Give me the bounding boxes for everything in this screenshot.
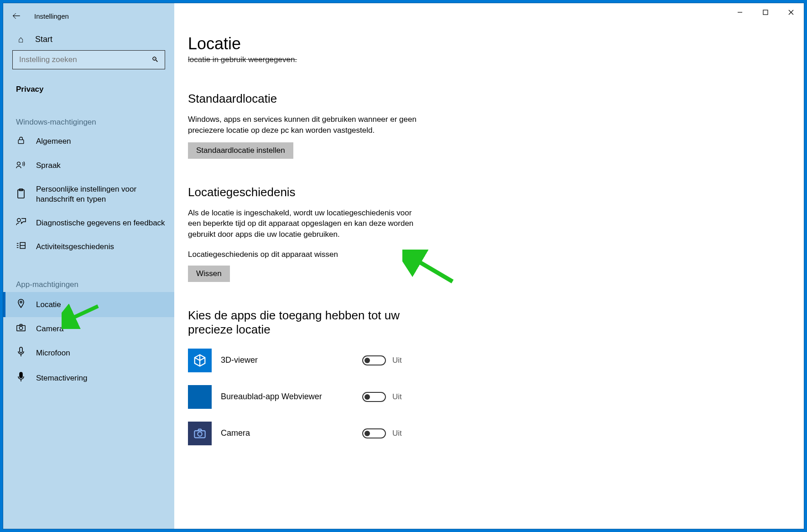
sidebar-group-label: App-machtigingen xyxy=(3,258,174,292)
app-access-list: 3D-viewer Uit Bureaublad-app Webviewer U… xyxy=(188,342,790,452)
section-text-default: Windows, apps en services kunnen dit geb… xyxy=(188,114,425,136)
section-text-history: Als de locatie is ingeschakeld, wordt uw… xyxy=(188,208,425,240)
sidebar-home[interactable]: ⌂ Start xyxy=(3,25,174,50)
sidebar-item-camera[interactable]: Camera xyxy=(3,317,174,340)
nav-label: Activiteitsgeschiedenis xyxy=(36,242,119,252)
svg-point-5 xyxy=(20,301,22,303)
search-container: 🔍︎ xyxy=(12,50,165,69)
settings-window: 🡠 Instellingen ⌂ Start 🔍︎ Privacy Window… xyxy=(3,3,804,529)
home-label: Start xyxy=(35,35,52,44)
sidebar-item-algemeen[interactable]: Algemeen xyxy=(3,130,174,154)
activity-icon xyxy=(16,241,26,252)
voice-icon xyxy=(16,372,26,384)
section-subtext-history: Locatiegeschiedenis op dit apparaat wiss… xyxy=(188,250,790,259)
svg-point-7 xyxy=(19,326,22,329)
app-toggle[interactable] xyxy=(362,428,386,438)
svg-point-17 xyxy=(198,432,202,436)
nav-label: Locatie xyxy=(36,300,66,310)
clipboard-icon xyxy=(16,188,26,201)
search-input[interactable] xyxy=(12,50,165,69)
section-heading-apps: Kies de apps die toegang hebben tot uw p… xyxy=(188,308,425,337)
svg-rect-9 xyxy=(20,372,22,378)
speech-icon xyxy=(16,160,26,172)
camera-icon xyxy=(16,323,26,334)
sidebar-item-handschrift[interactable]: Persoonlijke instellingen voor handschri… xyxy=(3,178,174,211)
nav-label: Camera xyxy=(36,324,68,334)
nav-label: Microfoon xyxy=(36,348,75,358)
app-toggle[interactable] xyxy=(362,392,386,402)
sidebar-item-spraak[interactable]: Spraak xyxy=(3,154,174,178)
page-title: Locatie xyxy=(188,34,790,53)
section-heading-history: Locatiegeschiedenis xyxy=(188,185,790,199)
nav-label: Stemactivering xyxy=(36,373,92,383)
sidebar-group-label: Windows-machtigingen xyxy=(3,96,174,130)
sidebar-category: Privacy xyxy=(3,74,174,96)
home-icon: ⌂ xyxy=(16,34,26,45)
svg-point-1 xyxy=(17,162,21,165)
set-default-location-button[interactable]: Standaardlocatie instellen xyxy=(188,142,293,159)
app-name: Bureaublad-app Webviewer xyxy=(221,392,349,402)
svg-rect-13 xyxy=(763,10,768,15)
feedback-icon xyxy=(16,217,26,229)
microphone-icon xyxy=(16,347,26,359)
nav-label: Diagnostische gegevens en feedback xyxy=(36,218,170,228)
maximize-button[interactable] xyxy=(753,3,778,21)
nav-label: Persoonlijke instellingen voor handschri… xyxy=(36,184,174,204)
titlebar-left: 🡠 Instellingen xyxy=(3,7,174,25)
svg-point-4 xyxy=(17,219,21,222)
sidebar: 🡠 Instellingen ⌂ Start 🔍︎ Privacy Window… xyxy=(3,3,174,529)
window-title: Instellingen xyxy=(34,12,69,20)
lock-icon xyxy=(16,136,26,147)
back-icon[interactable]: 🡠 xyxy=(12,11,21,21)
app-icon-3dviewer xyxy=(188,349,212,372)
toggle-state: Uit xyxy=(392,392,402,402)
content-area: Locatie locatie in gebruik weergegeven. … xyxy=(174,3,804,452)
truncated-text: locatie in gebruik weergegeven. xyxy=(188,55,790,64)
close-button[interactable] xyxy=(778,3,804,21)
toggle-state: Uit xyxy=(392,429,402,438)
app-row: Camera Uit xyxy=(188,415,790,452)
window-controls xyxy=(727,3,804,21)
sidebar-item-diagnostiek[interactable]: Diagnostische gegevens en feedback xyxy=(3,211,174,235)
app-row: 3D-viewer Uit xyxy=(188,342,790,379)
app-row: Bureaublad-app Webviewer Uit xyxy=(188,379,790,415)
main-panel: Locatie locatie in gebruik weergegeven. … xyxy=(174,3,804,529)
toggle-state: Uit xyxy=(392,356,402,365)
sidebar-item-microfoon[interactable]: Microfoon xyxy=(3,340,174,365)
app-name: Camera xyxy=(221,428,349,438)
app-icon-webviewer xyxy=(188,385,212,409)
search-icon: 🔍︎ xyxy=(151,56,159,64)
app-toggle[interactable] xyxy=(362,355,386,365)
nav-label: Spraak xyxy=(36,161,65,171)
clear-history-button[interactable]: Wissen xyxy=(188,266,230,282)
svg-rect-0 xyxy=(18,140,24,143)
sidebar-item-locatie[interactable]: Locatie xyxy=(3,292,174,317)
app-name: 3D-viewer xyxy=(221,355,349,365)
sidebar-item-activiteit[interactable]: Activiteitsgeschiedenis xyxy=(3,235,174,258)
nav-label: Algemeen xyxy=(36,136,76,146)
minimize-button[interactable] xyxy=(727,3,753,21)
location-icon xyxy=(16,298,26,311)
sidebar-item-stemactivering[interactable]: Stemactivering xyxy=(3,365,174,391)
section-heading-default: Standaardlocatie xyxy=(188,92,790,106)
app-icon-camera xyxy=(188,422,212,445)
svg-rect-8 xyxy=(20,347,22,353)
